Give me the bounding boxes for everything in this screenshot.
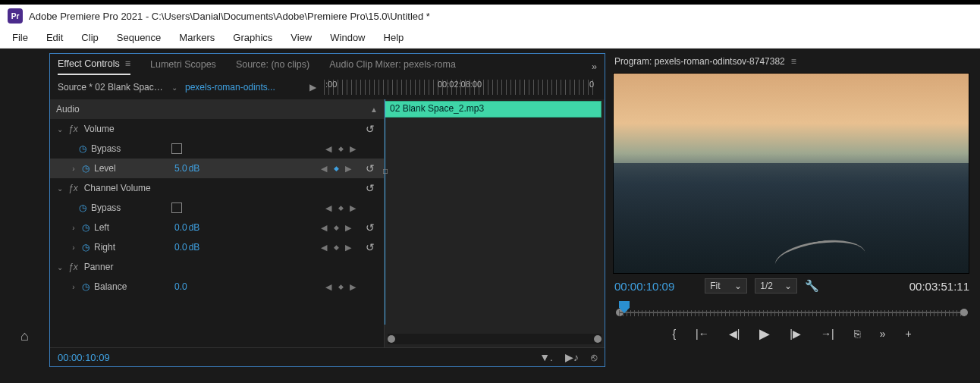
fx-badge[interactable]: ƒx bbox=[68, 262, 78, 272]
menu-clip[interactable]: Clip bbox=[72, 29, 107, 46]
tab-source[interactable]: Source: (no clips) bbox=[236, 59, 309, 74]
menu-sequence[interactable]: Sequence bbox=[108, 29, 171, 46]
reset-icon[interactable]: ↺ bbox=[363, 123, 378, 135]
prev-keyframe-icon[interactable]: ◀ bbox=[323, 282, 334, 292]
panel-menu-icon[interactable]: ≡ bbox=[125, 58, 130, 69]
stopwatch-icon[interactable]: ◷ bbox=[79, 202, 86, 213]
overflow-icon[interactable]: » bbox=[880, 328, 886, 340]
effect-panner[interactable]: ⌄ ƒx Panner bbox=[50, 257, 384, 277]
reset-icon[interactable]: ↺ bbox=[363, 162, 378, 174]
out-point-handle[interactable] bbox=[960, 309, 968, 316]
prev-keyframe-icon[interactable]: ◀ bbox=[319, 243, 329, 253]
panel-menu-icon[interactable]: ≡ bbox=[791, 56, 796, 67]
section-audio[interactable]: Audio ▲ bbox=[50, 99, 384, 119]
prev-keyframe-icon[interactable]: ◀ bbox=[323, 144, 334, 154]
disclosure-icon[interactable]: ⌄ bbox=[56, 184, 64, 193]
level-value[interactable]: 5.0dB bbox=[174, 163, 228, 174]
tab-lumetri-scopes[interactable]: Lumetri Scopes bbox=[150, 59, 216, 74]
sequence-link[interactable]: pexels-roman-odints... bbox=[185, 82, 299, 93]
mini-timeline-ruler[interactable]: :00 00:02:08:00 0 bbox=[324, 80, 597, 95]
home-icon[interactable]: ⌂ bbox=[20, 328, 29, 344]
transport-controls: { |← ◀| ▶ |▶ →| ⎘ » + bbox=[613, 321, 971, 342]
next-keyframe-icon[interactable]: ▶ bbox=[343, 243, 353, 253]
next-keyframe-icon[interactable]: ▶ bbox=[347, 282, 358, 292]
go-to-out-icon[interactable]: →| bbox=[821, 328, 834, 340]
stopwatch-icon[interactable]: ◷ bbox=[82, 163, 90, 174]
current-timecode[interactable]: 00:00:10:09 bbox=[614, 280, 674, 293]
play-icon[interactable]: ▶ bbox=[759, 325, 770, 342]
menu-edit[interactable]: Edit bbox=[37, 29, 72, 46]
next-keyframe-icon[interactable]: ▶ bbox=[343, 223, 353, 233]
prev-keyframe-icon[interactable]: ◀ bbox=[319, 164, 329, 174]
mark-in-icon[interactable]: { bbox=[672, 328, 676, 340]
reset-icon[interactable]: ↺ bbox=[363, 182, 378, 194]
zoom-handle-left[interactable] bbox=[388, 335, 395, 343]
disclosure-icon[interactable]: › bbox=[70, 243, 77, 252]
export-frame-icon[interactable]: ⎘ bbox=[854, 328, 860, 340]
effects-toggle-icon[interactable]: ▶♪ bbox=[565, 351, 579, 363]
stopwatch-icon[interactable]: ◷ bbox=[82, 281, 90, 292]
bypass-checkbox[interactable] bbox=[171, 143, 182, 154]
disclosure-icon[interactable]: › bbox=[70, 224, 77, 232]
keyframe-timeline[interactable]: 02 Blank Space_2.mp3 ◇ bbox=[384, 99, 605, 347]
source-clip-label[interactable]: Source * 02 Blank Space... bbox=[58, 82, 164, 93]
reset-icon[interactable]: ↺ bbox=[363, 241, 378, 253]
zoom-handle-right[interactable] bbox=[594, 335, 602, 343]
effect-channel-volume[interactable]: ⌄ ƒx Channel Volume ↺ bbox=[50, 178, 384, 198]
export-icon[interactable]: ⎋ bbox=[591, 351, 597, 363]
bypass-checkbox[interactable] bbox=[171, 202, 182, 213]
balance-value[interactable]: 0.0 bbox=[174, 281, 228, 292]
stopwatch-icon[interactable]: ◷ bbox=[79, 143, 86, 154]
next-keyframe-icon[interactable]: ▶ bbox=[347, 203, 358, 213]
menu-window[interactable]: Window bbox=[321, 29, 374, 46]
menu-file[interactable]: File bbox=[3, 29, 37, 46]
add-keyframe-icon[interactable]: ◆ bbox=[331, 224, 341, 231]
chevron-down-icon[interactable]: ⌄ bbox=[171, 83, 177, 92]
zoom-dropdown[interactable]: Fit⌄ bbox=[705, 278, 747, 294]
play-icon[interactable]: ▶ bbox=[309, 82, 316, 93]
fx-badge[interactable]: ƒx bbox=[68, 124, 78, 134]
prev-keyframe-icon[interactable]: ◀ bbox=[323, 203, 334, 213]
effect-volume[interactable]: ⌄ ƒx Volume ↺ bbox=[50, 119, 384, 139]
program-scrubber[interactable] bbox=[614, 300, 969, 319]
disclosure-icon[interactable]: › bbox=[70, 165, 77, 173]
next-keyframe-icon[interactable]: ▶ bbox=[343, 164, 353, 174]
disclosure-icon[interactable]: ⌄ bbox=[56, 263, 64, 272]
resolution-dropdown[interactable]: 1/2⌄ bbox=[755, 278, 797, 294]
step-forward-icon[interactable]: |▶ bbox=[790, 328, 801, 340]
add-button-icon[interactable]: + bbox=[905, 328, 911, 340]
collapse-icon[interactable]: ▲ bbox=[369, 105, 378, 114]
right-value[interactable]: 0.0dB bbox=[174, 242, 228, 253]
settings-icon[interactable]: 🔧 bbox=[805, 279, 819, 293]
stopwatch-icon[interactable]: ◷ bbox=[82, 222, 90, 233]
add-keyframe-icon[interactable]: ◆ bbox=[335, 204, 346, 212]
go-to-in-icon[interactable]: |← bbox=[696, 328, 709, 340]
add-keyframe-icon[interactable]: ◆ bbox=[331, 243, 341, 251]
next-keyframe-icon[interactable]: ▶ bbox=[347, 144, 358, 154]
disclosure-icon[interactable]: › bbox=[70, 283, 77, 291]
fx-badge[interactable]: ƒx bbox=[68, 183, 78, 193]
menu-graphics[interactable]: Graphics bbox=[224, 29, 281, 46]
reset-icon[interactable]: ↺ bbox=[363, 221, 378, 234]
left-value[interactable]: 0.0dB bbox=[174, 222, 228, 233]
stopwatch-icon[interactable]: ◷ bbox=[82, 242, 90, 253]
section-label: Audio bbox=[56, 104, 80, 115]
menu-help[interactable]: Help bbox=[375, 29, 413, 46]
step-back-icon[interactable]: ◀| bbox=[729, 328, 740, 340]
prop-channel-bypass: ◷ Bypass ◀◆▶ bbox=[50, 198, 384, 218]
tab-effect-controls[interactable]: Effect Controls ≡ bbox=[58, 58, 130, 75]
add-keyframe-icon[interactable]: ◆ bbox=[335, 283, 346, 290]
program-preview[interactable] bbox=[613, 73, 969, 274]
timecode-display[interactable]: 00:00:10:09 bbox=[58, 352, 110, 363]
add-keyframe-icon[interactable]: ◆ bbox=[335, 145, 346, 152]
overflow-icon[interactable]: » bbox=[592, 61, 597, 72]
prev-keyframe-icon[interactable]: ◀ bbox=[319, 223, 329, 233]
add-keyframe-icon[interactable]: ◆ bbox=[331, 165, 341, 172]
audio-clip-block[interactable]: 02 Blank Space_2.mp3 bbox=[385, 101, 602, 118]
tab-audio-clip-mixer[interactable]: Audio Clip Mixer: pexels-roma bbox=[329, 59, 456, 74]
filter-icon[interactable]: ▼. bbox=[539, 351, 553, 363]
menu-view[interactable]: View bbox=[281, 29, 321, 46]
menu-markers[interactable]: Markers bbox=[170, 29, 224, 46]
playhead[interactable] bbox=[385, 99, 385, 325]
disclosure-icon[interactable]: ⌄ bbox=[56, 125, 64, 133]
